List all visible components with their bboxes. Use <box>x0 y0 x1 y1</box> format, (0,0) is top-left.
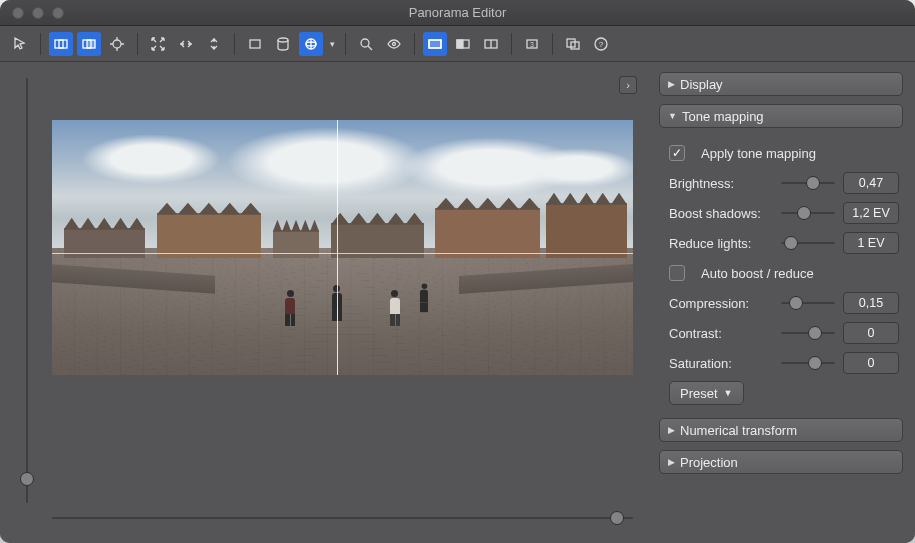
vertical-slider-thumb[interactable] <box>20 472 34 486</box>
horizontal-slider-thumb[interactable] <box>610 511 624 525</box>
toolbar-separator <box>511 33 512 55</box>
compare-full-icon[interactable] <box>423 32 447 56</box>
chevron-right-icon: ▶ <box>668 79 675 89</box>
panel-toggle-button[interactable]: › <box>619 76 637 94</box>
compare-split-icon[interactable] <box>451 32 475 56</box>
section-projection-header[interactable]: ▶ Projection <box>659 450 903 474</box>
brightness-slider[interactable] <box>781 176 835 190</box>
contrast-thumb[interactable] <box>808 326 822 340</box>
section-tone-body: Apply tone mapping Brightness: 0,47 Boos… <box>659 136 903 418</box>
toolbar-separator <box>345 33 346 55</box>
apply-tone-label: Apply tone mapping <box>701 146 816 161</box>
close-window-button[interactable] <box>12 7 24 19</box>
compression-value[interactable]: 0,15 <box>843 292 899 314</box>
svg-text:3: 3 <box>530 40 534 47</box>
contrast-label: Contrast: <box>669 326 773 341</box>
canvas-area: › <box>0 62 653 543</box>
projection-rect-icon[interactable] <box>243 32 267 56</box>
horizontal-offset-slider[interactable] <box>52 511 633 525</box>
contrast-row: Contrast: 0 <box>669 318 899 348</box>
svg-rect-3 <box>87 40 95 48</box>
preset-label: Preset <box>680 386 718 401</box>
center-target-icon[interactable] <box>105 32 129 56</box>
reduce-lights-row: Reduce lights: 1 EV <box>669 228 899 258</box>
pointer-tool-icon[interactable] <box>8 32 32 56</box>
svg-point-10 <box>393 42 396 45</box>
yaw-guide-line <box>337 120 338 375</box>
panorama-canvas[interactable] <box>52 120 633 375</box>
toolbar-separator <box>552 33 553 55</box>
saturation-slider[interactable] <box>781 356 835 370</box>
minimize-window-button[interactable] <box>32 7 44 19</box>
chevron-right-icon: ▶ <box>668 425 675 435</box>
toolbar: ▾ 3 ? <box>0 26 915 62</box>
chevron-down-icon: ▼ <box>724 388 733 398</box>
grid-layout-icon[interactable]: 3 <box>520 32 544 56</box>
preview-eye-icon[interactable] <box>382 32 406 56</box>
expand-icon[interactable] <box>146 32 170 56</box>
boost-shadows-row: Boost shadows: 1,2 EV <box>669 198 899 228</box>
chevron-down-icon: ▼ <box>668 111 677 121</box>
apply-tone-checkbox[interactable] <box>669 145 685 161</box>
section-display-header[interactable]: ▶ Display <box>659 72 903 96</box>
svg-rect-11 <box>429 40 441 48</box>
section-numerical-header[interactable]: ▶ Numerical transform <box>659 418 903 442</box>
svg-point-6 <box>278 38 288 42</box>
projection-sphere-icon[interactable] <box>299 32 323 56</box>
saturation-thumb[interactable] <box>808 356 822 370</box>
reduce-lights-slider[interactable] <box>781 236 835 250</box>
preset-row: Preset ▼ <box>669 378 899 408</box>
svg-text:?: ? <box>599 40 604 49</box>
brightness-thumb[interactable] <box>806 176 820 190</box>
section-display-title: Display <box>680 77 723 92</box>
reduce-lights-label: Reduce lights: <box>669 236 773 251</box>
section-tone-header[interactable]: ▼ Tone mapping <box>659 104 903 128</box>
contract-vertical-icon[interactable] <box>202 32 226 56</box>
boost-shadows-slider[interactable] <box>781 206 835 220</box>
svg-rect-5 <box>250 40 260 48</box>
auto-boost-label: Auto boost / reduce <box>701 266 814 281</box>
zoom-window-button[interactable] <box>52 7 64 19</box>
brightness-label: Brightness: <box>669 176 773 191</box>
toolbar-separator <box>137 33 138 55</box>
section-numerical-title: Numerical transform <box>680 423 797 438</box>
help-icon[interactable]: ? <box>589 32 613 56</box>
saturation-value[interactable]: 0 <box>843 352 899 374</box>
canvas-wrap: › <box>52 78 633 495</box>
reduce-lights-thumb[interactable] <box>784 236 798 250</box>
overlap-select-b-icon[interactable] <box>77 32 101 56</box>
brightness-value[interactable]: 0,47 <box>843 172 899 194</box>
chevron-right-icon: ▶ <box>668 457 675 467</box>
vertical-offset-slider[interactable] <box>20 78 34 503</box>
boost-shadows-thumb[interactable] <box>797 206 811 220</box>
compare-half-icon[interactable] <box>479 32 503 56</box>
compression-row: Compression: 0,15 <box>669 288 899 318</box>
section-tone-title: Tone mapping <box>682 109 764 124</box>
overlap-select-a-icon[interactable] <box>49 32 73 56</box>
projection-dropdown-icon[interactable]: ▾ <box>327 39 337 49</box>
reduce-lights-value[interactable]: 1 EV <box>843 232 899 254</box>
zoom-icon[interactable] <box>354 32 378 56</box>
titlebar: Panorama Editor <box>0 0 915 26</box>
apply-tone-row: Apply tone mapping <box>669 138 899 168</box>
projection-cylinder-icon[interactable] <box>271 32 295 56</box>
boost-shadows-value[interactable]: 1,2 EV <box>843 202 899 224</box>
app-window: Panorama Editor ▾ 3 ? <box>0 0 915 543</box>
compression-thumb[interactable] <box>789 296 803 310</box>
preset-button[interactable]: Preset ▼ <box>669 381 744 405</box>
contrast-value[interactable]: 0 <box>843 322 899 344</box>
saturation-row: Saturation: 0 <box>669 348 899 378</box>
svg-rect-14 <box>457 40 463 48</box>
boost-shadows-label: Boost shadows: <box>669 206 773 221</box>
auto-boost-checkbox[interactable] <box>669 265 685 281</box>
auto-boost-row: Auto boost / reduce <box>669 258 899 288</box>
toolbar-separator <box>40 33 41 55</box>
section-projection-title: Projection <box>680 455 738 470</box>
windows-icon[interactable] <box>561 32 585 56</box>
compression-slider[interactable] <box>781 296 835 310</box>
body: › <box>0 62 915 543</box>
contrast-slider[interactable] <box>781 326 835 340</box>
contract-horizontal-icon[interactable] <box>174 32 198 56</box>
brightness-row: Brightness: 0,47 <box>669 168 899 198</box>
horizon-guide-line <box>52 253 633 254</box>
